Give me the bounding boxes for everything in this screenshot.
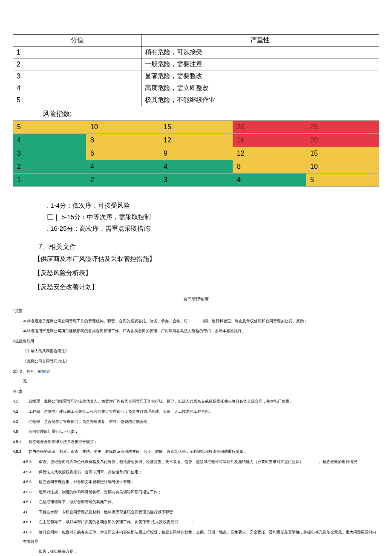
fine-line: 1范围	[13, 307, 379, 316]
matrix-cell: 8	[86, 134, 159, 147]
fine-line: 本标准适用于龙腾公司项目建设期间的各类合同管理工作。厂内各类合同的管理。厂内所属…	[23, 327, 379, 336]
matrix-cell: 3	[159, 174, 233, 187]
severity-table: 分值 严重性 1稍有危险，可以接受2一般危险，需要注意3显著危险，需要整改4高度…	[13, 34, 379, 106]
clause-text: 工程技术部：专职合同管理员及材料、燃料供应部兼职合同管理员履行以下职责：	[35, 510, 177, 514]
fine-line: 4.3 经营部：是合同签订管理部门。负责管理设备、材料、物资的订购合同。	[13, 417, 379, 427]
clause-text: 签订合同时，检查对方的有关证件，对合同文本内容依照法规进行检查，检查合同标的数量…	[23, 530, 376, 544]
matrix-cell: 15	[306, 147, 379, 160]
clause-text: 在主任领导下，做好本部门负责的各项合同的管理工作。负责保管"法人授权委托书" ；	[35, 520, 195, 524]
matrix-cell: 20	[233, 121, 306, 134]
fine-line: 4.5.3 审查、登记合同对方单位代表资格及单位资质，包括营业执照、经营范围、技…	[23, 458, 379, 467]
table-row: 2一般危险，需要注意	[13, 58, 379, 70]
matrix-cell: 6	[86, 147, 159, 160]
clause-text: 报告，提出解决方案；	[35, 549, 77, 553]
clause-number: 4.5.6	[23, 488, 35, 497]
fine-line: 4.5.7 在总经理领导下，做好合同管理的其他工作。	[23, 498, 379, 507]
table-row: 1稍有危险，可以接受	[13, 46, 379, 58]
fine-line: 3定义、符号、缩I略语	[13, 367, 379, 376]
clause-number: 4.6.2	[23, 528, 35, 537]
clause-text: 工程部：是发电厂建设施工安装等工程合同签订管理部门；负责签订管理基建、安装、人工…	[25, 409, 213, 414]
fine-line: 4.6.2 签订合同时，检查对方的有关证件，对合同文本内容依照法规进行检查，检查…	[23, 528, 379, 546]
severity-score: 2	[13, 58, 141, 70]
clause-text: 建立合同管理台帐，对合同文本资料进行编号统计管理；	[35, 480, 135, 484]
matrix-cell: 12	[159, 134, 233, 147]
matrix-row: 244810	[13, 160, 379, 174]
clause-number: 4.5.4	[23, 468, 35, 477]
matrix-cell: 9	[159, 147, 233, 160]
matrix-cell: 16	[233, 134, 306, 147]
risk-index-label: 风险指数:	[43, 110, 379, 119]
matrix-row: 12345	[13, 174, 379, 187]
legend-row: 匚｜ 5-15分：中等次序，需采取控制	[47, 211, 379, 223]
clause-text: 保管法人代表授权委托书、合同专用章，并按编号归口使用；	[35, 470, 142, 474]
legend-marker: .	[47, 223, 49, 234]
clause-number: 4.6.1	[23, 518, 35, 527]
fine-line: 4.5.1 建立健全合同管理办法并逐步完善规范；	[13, 437, 379, 447]
fine-line: 4.5.5 建立合同管理台帐，对合同文本资料进行编号统计管理；	[23, 478, 379, 487]
matrix-cell: 2	[13, 160, 86, 174]
matrix-cell: 4	[233, 174, 306, 187]
legend-marker: 匚｜	[47, 211, 60, 223]
matrix-cell: 10	[306, 160, 379, 174]
severity-score: 5	[13, 94, 141, 106]
matrix-cell: 4	[13, 134, 86, 147]
clause-number: 4.3	[13, 417, 25, 427]
contract-mgmt-body: 1范围本标准规定了龙腾公司合同管理工作的管理机构、职责、合同的授权委托、洽谈、承…	[13, 307, 379, 556]
matrix-row: 3691215	[13, 147, 379, 160]
fine-line: 《中华人民共和国合同法》	[23, 347, 379, 356]
clause-text: 经营部：是合同签订管理部门。负责管理设备、材料、物资的订购合同。	[25, 420, 151, 424]
related-docs: 【供应商及本厂风险评估及采取管控措施】【反恐风险分析表】【反恐安全改善计划】	[34, 252, 379, 294]
clause-text: 参与合同的洽谈、起草、审查、签约、变更、解除以及合同的签证、公证、调解、诉讼等活…	[25, 449, 247, 454]
clause-text: 建立健全合同管理办法并逐步完善规范；	[25, 440, 98, 444]
matrix-cell: 3	[13, 147, 86, 160]
clause-number: 4.1	[13, 397, 25, 406]
contract-mgmt-title: 合同管理制度	[13, 296, 379, 302]
clause-text: 审查、登记合同对方单位代表资格及单位资质，包括营业执照、经营范围、技术装备、信誉…	[35, 460, 361, 464]
related-doc-item: 【反恐风险分析表】	[34, 266, 379, 280]
matrix-cell: 8	[233, 160, 306, 174]
matrix-cell: 4	[159, 160, 233, 174]
fine-line: 4.5.2 参与合同的洽谈、起草、审查、签约、变更、解除以及合同的签证、公证、调…	[13, 447, 379, 457]
fine-line: 报告，提出解决方案；	[23, 547, 379, 556]
matrix-row: 510152025	[13, 121, 379, 134]
risk-matrix: 51015202548121620369121524481012345	[13, 120, 379, 187]
fine-line: 4.6.1 在主任领导下，做好本部门负责的各项合同的管理工作。负责保管"法人授权…	[23, 518, 379, 527]
clause-number: 4.2	[13, 407, 25, 417]
matrix-cell: 15	[159, 121, 233, 134]
legend-text: 1-4分：低次序，可接受风险	[50, 200, 130, 211]
matrix-cell: 10	[86, 121, 159, 134]
fine-line: 4.5 合同管理部门履行以下职责：	[13, 427, 379, 437]
clause-number: 4.5.2	[13, 447, 25, 457]
matrix-cell: 5	[306, 174, 379, 187]
fine-line: 4.1 总经理：龙腾公司经营管理的法定代表人。负责对厂内各类合同管理工作实行统一…	[13, 397, 379, 406]
severity-desc: 一般危险，需要注意	[141, 58, 379, 70]
matrix-cell: 25	[306, 121, 379, 134]
severity-score: 1	[13, 46, 141, 58]
clause-number: 4.5.7	[23, 498, 35, 507]
severity-desc: 高度危险，需立即整改	[141, 82, 379, 94]
fine-line: 4.5.6 组织对法规、制度的学习和贯彻执行。定期向有关领导和部门报告工作；	[23, 488, 379, 497]
clause-number: 4.5.5	[23, 478, 35, 487]
related-doc-item: 【供应商及本厂风险评估及采取管控措施】	[34, 252, 379, 266]
table-row: 3显著危险，需要整改	[13, 70, 379, 82]
legend-row: . 1-4分：低次序，可接受风险	[47, 200, 379, 211]
table-row: 5极其危险，不能继续作业	[13, 94, 379, 106]
clause-number: 4.5.1	[13, 437, 25, 447]
clause-text: 合同管理部门履行以下职责：	[25, 429, 78, 434]
risk-legend: . 1-4分：低次序，可接受风险匚｜ 5-15分：中等次序，需采取控制. 16-…	[47, 200, 379, 234]
severity-header-desc: 严重性	[141, 35, 379, 46]
fine-line: 4职责	[13, 387, 379, 397]
matrix-row: 48121620	[13, 134, 379, 147]
matrix-cell: 20	[306, 134, 379, 147]
matrix-cell: 2	[86, 174, 159, 187]
matrix-cell: 1	[13, 174, 86, 187]
severity-desc: 极其危险，不能继续作业	[141, 94, 379, 106]
table-row: 4高度危险，需立即整改	[13, 82, 379, 94]
severity-desc: 稍有危险，可以接受	[141, 46, 379, 58]
clause-text: 总经理：龙腾公司经营管理的法定代表人。负责对厂内各类合同管理工作实行统一领导。以…	[25, 399, 293, 403]
severity-header-score: 分值	[13, 35, 141, 46]
matrix-cell: 5	[13, 121, 86, 134]
section7-heading: 7、相关文件	[38, 243, 379, 252]
severity-score: 4	[13, 82, 141, 94]
fine-line: 4.6 工程技术部：专职合同管理员及材料、燃料供应部兼职合同管理员履行以下职责：	[23, 508, 379, 517]
